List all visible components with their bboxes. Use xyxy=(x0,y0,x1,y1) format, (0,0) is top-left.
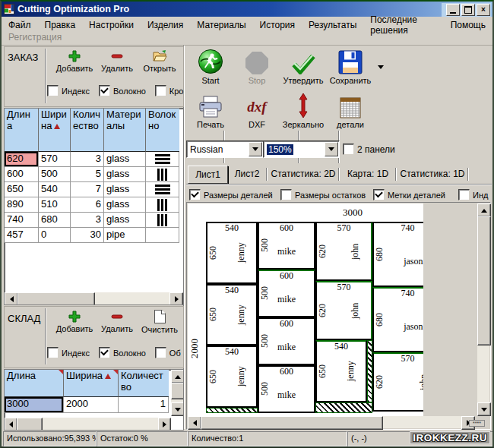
scroll-right-button[interactable] xyxy=(158,418,171,431)
table-cell[interactable]: 680 xyxy=(39,213,71,228)
fiber-vertical-icon[interactable] xyxy=(146,213,179,228)
scroll-thumb[interactable] xyxy=(477,216,491,345)
table-cell[interactable]: 3000 xyxy=(5,397,64,413)
index-checkbox[interactable] xyxy=(458,189,470,200)
tab-statistics-2d[interactable]: Статистика: 2D xyxy=(269,166,337,181)
maximize-button[interactable] xyxy=(461,4,475,16)
diagram-vscrollbar[interactable] xyxy=(477,203,489,416)
tab-sheet2[interactable]: Лист2 xyxy=(229,166,265,181)
approve-button[interactable]: Утвердить xyxy=(280,47,327,85)
stop-button[interactable]: Stop xyxy=(235,47,279,85)
scroll-thumb[interactable] xyxy=(17,418,43,431)
stock-add-button[interactable]: Добавить xyxy=(52,311,97,333)
scroll-thumb[interactable] xyxy=(171,383,184,399)
table-cell[interactable]: 2000 xyxy=(64,397,119,413)
cut-piece[interactable]: 570 620 john xyxy=(315,222,372,281)
cut-piece[interactable]: 600 500 mike xyxy=(258,317,315,365)
menu-file[interactable]: Файл xyxy=(2,18,38,32)
orders-hscrollbar[interactable] xyxy=(5,292,183,304)
menu-help[interactable]: Помощь xyxy=(444,18,492,32)
table-cell[interactable]: 510 xyxy=(39,197,71,213)
table-cell[interactable]: 3 xyxy=(71,152,104,167)
scroll-left-button[interactable] xyxy=(188,416,201,430)
orders-edge-checkbox[interactable] xyxy=(155,85,166,96)
print-button[interactable]: Печать xyxy=(188,87,233,129)
orders-delete-button[interactable]: Удалить xyxy=(96,50,138,73)
table-cell[interactable]: 740 xyxy=(5,213,39,228)
table-cell[interactable]: pipe xyxy=(104,228,146,243)
stock-fiber-checkbox[interactable] xyxy=(99,347,110,358)
menu-materials[interactable]: Материалы xyxy=(190,18,252,32)
cut-piece[interactable]: 600 500 mike xyxy=(258,365,315,413)
stock-hscrollbar[interactable] xyxy=(5,418,171,430)
cut-piece[interactable]: 540 650 jenny xyxy=(315,340,367,402)
save-dropdown-icon[interactable] xyxy=(378,65,384,69)
cut-piece[interactable]: 600 500 mike xyxy=(258,270,315,317)
orders-add-button[interactable]: Добавить xyxy=(52,50,97,73)
table-cell[interactable]: glass xyxy=(104,197,146,213)
table-cell[interactable]: 1 xyxy=(119,397,169,413)
stock-vscrollbar[interactable] xyxy=(171,370,183,416)
orders-col-material[interactable]: Материалы xyxy=(104,109,146,152)
stock-col-qty[interactable]: Количество xyxy=(119,370,169,397)
orders-open-button[interactable]: Открыть xyxy=(138,50,181,73)
table-cell[interactable]: 600 xyxy=(5,167,39,182)
table-cell[interactable]: glass xyxy=(104,167,146,182)
dxf-button[interactable]: dxf DXF xyxy=(235,87,279,129)
stock-col-length[interactable]: Длина xyxy=(5,370,64,397)
scroll-down-button[interactable] xyxy=(477,402,491,416)
diagram-hscrollbar[interactable] xyxy=(188,416,475,428)
table-cell[interactable]: 457 xyxy=(5,228,39,243)
fiber-vertical-icon[interactable] xyxy=(146,197,179,213)
table-cell[interactable]: 540 xyxy=(39,182,71,197)
scroll-thumb[interactable] xyxy=(201,416,383,430)
cut-piece[interactable]: 600 500 mike xyxy=(258,222,315,270)
fiber-none[interactable] xyxy=(146,228,179,243)
table-cell[interactable]: glass xyxy=(104,182,146,197)
table-cell[interactable]: glass xyxy=(104,213,146,228)
cut-piece[interactable]: 540 650 jenny xyxy=(206,345,258,408)
table-cell[interactable]: 0 xyxy=(39,228,71,243)
table-cell[interactable]: 890 xyxy=(5,197,39,213)
menu-settings[interactable]: Настройки xyxy=(82,18,141,32)
stock-col-width[interactable]: Ширина xyxy=(64,370,119,397)
scroll-right-button[interactable] xyxy=(169,292,183,305)
orders-col-qty[interactable]: Количество xyxy=(71,109,104,152)
tab-statistics-1d[interactable]: Статистика: 1D xyxy=(398,166,467,181)
scroll-up-button[interactable] xyxy=(477,203,491,217)
cut-piece[interactable]: 740 680 jason xyxy=(372,222,423,287)
cut-piece[interactable]: 740 680 jason xyxy=(372,287,423,352)
rest-sizes-checkbox[interactable] xyxy=(280,189,292,200)
table-cell[interactable]: 5 xyxy=(71,167,104,182)
table-cell[interactable]: 6 xyxy=(71,197,104,213)
fiber-horizontal-icon[interactable] xyxy=(146,182,179,197)
zoom-select[interactable]: 150% xyxy=(263,140,340,158)
orders-fiber-checkbox[interactable] xyxy=(99,85,110,96)
scroll-down-button[interactable] xyxy=(171,402,184,416)
fiber-vertical-icon[interactable] xyxy=(146,167,179,182)
table-cell[interactable]: 620 xyxy=(5,152,39,167)
cut-piece[interactable]: 540 650 jenny xyxy=(206,222,258,284)
details-button[interactable]: детали xyxy=(327,87,374,129)
close-button[interactable]: × xyxy=(477,4,490,16)
minimize-button[interactable] xyxy=(446,4,460,16)
stock-clear-button[interactable]: Очистить xyxy=(138,310,181,334)
menu-edit[interactable]: Правка xyxy=(38,18,83,32)
table-cell[interactable]: 3 xyxy=(71,213,104,228)
table-cell[interactable]: 500 xyxy=(39,167,71,182)
start-button[interactable]: Start xyxy=(188,47,233,85)
stock-edge-checkbox[interactable] xyxy=(155,347,166,358)
stock-index-checkbox[interactable] xyxy=(47,347,59,358)
fiber-horizontal-icon[interactable] xyxy=(146,152,179,167)
part-sizes-checkbox[interactable] xyxy=(189,189,201,200)
scroll-left-button[interactable] xyxy=(5,418,17,431)
orders-col-width[interactable]: Ширина xyxy=(39,109,71,152)
table-cell[interactable]: 570 xyxy=(39,152,71,167)
part-labels-checkbox[interactable] xyxy=(373,189,385,200)
orders-col-length[interactable]: Длина xyxy=(5,109,39,152)
tab-sheet1[interactable]: Лист1 xyxy=(188,166,228,184)
save-button[interactable]: Сохранить xyxy=(327,47,374,85)
menu-products[interactable]: Изделия xyxy=(141,18,190,32)
orders-index-checkbox[interactable] xyxy=(47,85,59,96)
cutting-diagram-canvas[interactable]: 3000 2000 540 650 jenny 540 650 jenny 54… xyxy=(188,203,423,416)
